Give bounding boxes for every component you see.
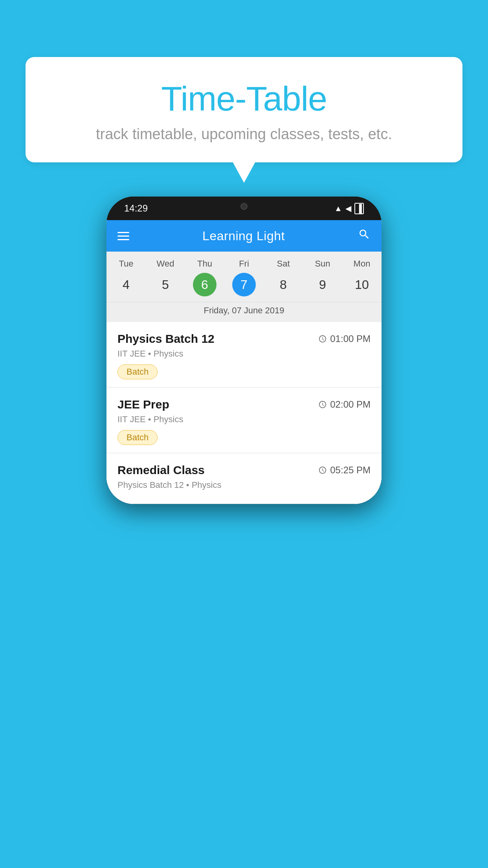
- selected-date-label: Friday, 07 June 2019: [106, 302, 382, 322]
- menu-button[interactable]: [117, 232, 129, 240]
- calendar-strip: Tue Wed Thu Fri Sat Sun Mon 4 5 6 7 8 9 …: [106, 252, 382, 322]
- status-icons: ▲ ◀ ▐: [334, 203, 364, 214]
- speech-bubble: Time-Table track timetable, upcoming cla…: [26, 57, 462, 162]
- schedule-item-3-time: 05:25 PM: [318, 465, 371, 476]
- bubble-title: Time-Table: [49, 79, 439, 119]
- day-8[interactable]: 8: [272, 273, 295, 296]
- day-label-fri: Fri: [224, 259, 264, 269]
- schedule-item-1-header: Physics Batch 12 01:00 PM: [117, 332, 371, 346]
- schedule-item-2-title: JEE Prep: [117, 398, 169, 411]
- day-5[interactable]: 5: [154, 273, 177, 296]
- app-title: Learning Light: [202, 229, 285, 243]
- schedule-item-1-time: 01:00 PM: [318, 333, 371, 344]
- day-label-tue: Tue: [106, 259, 146, 269]
- schedule-item-1[interactable]: Physics Batch 12 01:00 PM IIT JEE • Phys…: [106, 322, 382, 388]
- menu-line-3: [117, 239, 129, 240]
- clock-icon-3: [318, 466, 327, 474]
- clock-icon-2: [318, 400, 327, 409]
- phone-frame: 14:29 ▲ ◀ ▐ Learning Light: [106, 197, 382, 504]
- menu-line-1: [117, 232, 129, 233]
- schedule-item-3-meta: Physics Batch 12 • Physics: [117, 480, 371, 490]
- bubble-subtitle: track timetable, upcoming classes, tests…: [49, 126, 439, 143]
- menu-line-2: [117, 235, 129, 237]
- battery-icon: ▐: [354, 203, 364, 214]
- batch-badge-2: Batch: [117, 430, 158, 445]
- schedule-item-2-header: JEE Prep 02:00 PM: [117, 398, 371, 411]
- schedule-item-2-time: 02:00 PM: [318, 399, 371, 410]
- phone-screen: Learning Light Tue Wed Thu Fri Sat Sun M…: [106, 220, 382, 504]
- status-bar: 14:29 ▲ ◀ ▐: [106, 197, 382, 220]
- clock-icon-1: [318, 335, 327, 343]
- phone-notch: [213, 197, 275, 216]
- day-10[interactable]: 10: [350, 273, 374, 296]
- schedule-item-2[interactable]: JEE Prep 02:00 PM IIT JEE • Physics Batc…: [106, 388, 382, 453]
- day-numbers: 4 5 6 7 8 9 10: [106, 273, 382, 296]
- speech-bubble-container: Time-Table track timetable, upcoming cla…: [26, 57, 462, 162]
- schedule-item-3[interactable]: Remedial Class 05:25 PM Physics Batch 12…: [106, 453, 382, 504]
- day-label-sun: Sun: [303, 259, 342, 269]
- wifi-icon: ▲: [334, 204, 342, 213]
- app-header: Learning Light: [106, 220, 382, 252]
- schedule-item-3-header: Remedial Class 05:25 PM: [117, 463, 371, 477]
- day-label-wed: Wed: [146, 259, 185, 269]
- day-label-thu: Thu: [185, 259, 224, 269]
- schedule-item-1-meta: IIT JEE • Physics: [117, 349, 371, 359]
- day-9[interactable]: 9: [311, 273, 334, 296]
- signal-icon: ◀: [345, 204, 351, 213]
- day-label-mon: Mon: [342, 259, 382, 269]
- day-labels: Tue Wed Thu Fri Sat Sun Mon: [106, 259, 382, 269]
- schedule-list: Physics Batch 12 01:00 PM IIT JEE • Phys…: [106, 322, 382, 504]
- day-7-selected[interactable]: 7: [232, 273, 256, 296]
- batch-badge-1: Batch: [117, 364, 158, 379]
- status-time: 14:29: [124, 203, 148, 214]
- front-camera: [240, 203, 248, 210]
- phone-wrapper: 14:29 ▲ ◀ ▐ Learning Light: [106, 197, 382, 504]
- schedule-item-3-title: Remedial Class: [117, 463, 205, 477]
- day-4[interactable]: 4: [114, 273, 138, 296]
- search-button[interactable]: [358, 228, 371, 244]
- schedule-item-1-title: Physics Batch 12: [117, 332, 215, 346]
- schedule-item-2-meta: IIT JEE • Physics: [117, 414, 371, 425]
- day-6-today[interactable]: 6: [193, 273, 216, 296]
- day-label-sat: Sat: [264, 259, 303, 269]
